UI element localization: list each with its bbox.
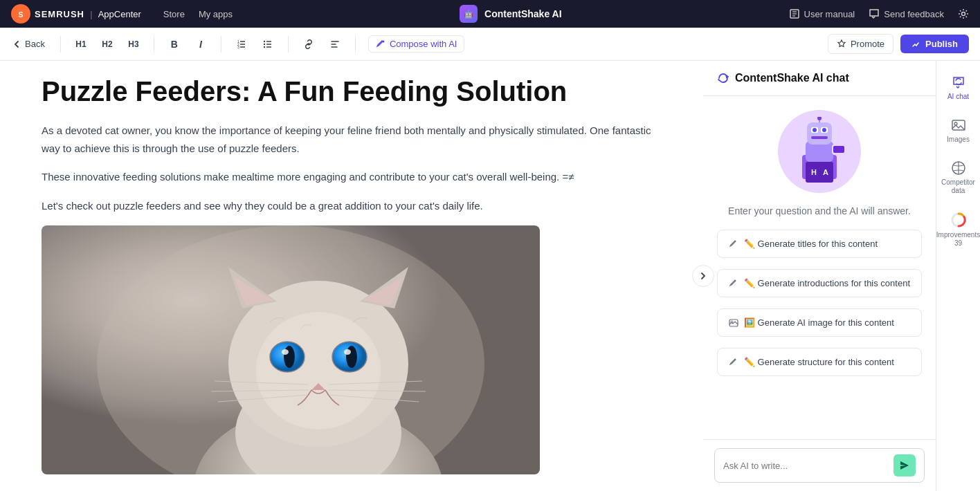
publish-button[interactable]: Publish [900,35,969,53]
h3-button[interactable]: H3 [123,34,144,55]
collapse-panel-button[interactable] [692,265,714,287]
user-manual-text: User manual [804,9,855,19]
toolbar-sep-5 [355,36,356,53]
robot-svg: H A [785,117,854,186]
svg-point-20 [264,46,265,47]
toolbar-sep-2 [154,36,154,53]
format-button[interactable] [325,34,345,55]
compose-with-ai-button[interactable]: Compose with AI [368,35,465,53]
editor-area[interactable]: Puzzle Feeders: A Fun Feeding Solution A… [0,61,703,491]
improvements-icon [950,212,967,228]
list-unordered-button[interactable] [257,34,278,55]
link-icon [303,39,314,50]
chat-panel: ContentShake AI chat H A [703,61,936,491]
generate-titles-button[interactable]: ✏️ Generate titles for this content [717,230,922,258]
h2-button[interactable]: H2 [97,34,118,55]
h1-button[interactable]: H1 [71,34,91,55]
compose-label: Compose with AI [390,39,457,49]
editor-para-2[interactable]: These innovative feeding solutions make … [42,168,662,186]
semrush-logo-icon: S [11,4,30,24]
promote-icon [837,39,846,49]
gear-icon [958,8,969,19]
svg-rect-52 [807,122,832,145]
side-icon-images[interactable]: Images [939,112,978,149]
app-icon: 🤖 [460,5,478,23]
compose-icon [376,39,385,49]
images-label: Images [947,136,970,144]
ai-description: Enter your question and the AI will answ… [728,204,911,219]
side-icon-ai-chat[interactable]: AI chat [939,69,978,106]
toolbar-sep-3 [221,36,221,53]
ai-chat-icon [951,75,966,90]
pencil-icon-1 [729,239,738,249]
send-icon [899,460,910,471]
main-area: Puzzle Feeders: A Fun Feeding Solution A… [0,61,980,491]
promote-button[interactable]: Promote [828,34,893,54]
store-link[interactable]: Store [163,9,185,19]
svg-rect-48 [806,162,833,183]
side-icon-competitor-data[interactable]: Competitor data [939,155,978,201]
toolbar: Back H1 H2 H3 B I 1 2 3 [0,28,980,61]
svg-rect-61 [833,146,844,153]
appcenter-text: AppCenter [98,9,141,19]
send-feedback-btn[interactable]: Send feedback [869,8,944,19]
generate-structure-label: ✏️ Generate structure for this content [744,357,894,367]
svg-point-19 [264,43,265,44]
back-button[interactable]: Back [11,39,45,50]
generate-titles-label: ✏️ Generate titles for this content [744,239,878,249]
pencil-icon-3 [729,358,738,367]
user-manual-btn[interactable]: User manual [789,8,855,19]
svg-point-21 [382,40,384,42]
generate-structure-button[interactable]: ✏️ Generate structure for this content [717,348,922,376]
svg-point-31 [256,312,381,429]
svg-text:A: A [823,168,828,176]
book-icon [789,8,800,19]
right-panel-container: ContentShake AI chat H A [703,61,980,491]
robot-illustration: H A [778,110,861,193]
nav-links: Store My apps [163,9,233,19]
generate-introductions-button[interactable]: ✏️ Generate introductions for this conte… [717,269,922,297]
generate-ai-image-label: 🖼️ Generate AI image for this content [744,317,894,328]
chat-header: ContentShake AI chat [703,61,936,96]
italic-button[interactable]: I [190,34,211,55]
list-ordered-button[interactable]: 1 2 3 [231,34,252,55]
competitor-data-label: Competitor data [941,178,975,195]
chat-input[interactable] [723,461,888,471]
semrush-logo[interactable]: S SEMRUSH | AppCenter [11,4,141,24]
pencil-icon-2 [729,279,738,288]
side-icon-improvements[interactable]: Improvements 39 [939,206,978,253]
editor-para-1[interactable]: As a devoted cat owner, you know the imp… [42,122,662,157]
feedback-icon [869,8,880,19]
publish-icon [911,39,921,49]
images-icon [951,118,966,133]
my-apps-link[interactable]: My apps [199,9,233,19]
refresh-icon [717,72,729,84]
chat-content: H A [703,96,936,439]
generate-ai-image-button[interactable]: 🖼️ Generate AI image for this content [717,308,922,337]
svg-text:3: 3 [237,44,239,48]
promote-label: Promote [851,39,884,49]
toolbar-right: Promote Publish [828,34,969,54]
chat-input-wrapper [714,448,925,483]
svg-point-18 [264,40,265,41]
svg-point-8 [962,12,965,16]
chat-header-text: ContentShake AI chat [735,72,849,84]
chat-send-button[interactable] [893,454,916,476]
article-image [42,225,540,474]
app-logo-svg: 🤖 [463,8,474,19]
nav-center: 🤖 ContentShake AI [244,5,778,23]
article-title[interactable]: Puzzle Feeders: A Fun Feeding Solution [42,75,662,108]
svg-text:H: H [811,168,817,176]
svg-point-37 [344,349,351,355]
svg-text:🤖: 🤖 [464,9,473,19]
image-icon [729,318,738,328]
settings-btn[interactable] [958,8,969,19]
bold-button[interactable]: B [164,34,185,55]
ordered-list-icon: 1 2 3 [236,39,247,50]
app-name: ContentShake AI [484,8,562,19]
editor-para-3[interactable]: Let's check out puzzle feeders and see w… [42,197,662,215]
format-icon [329,39,341,50]
unordered-list-icon [262,39,273,50]
svg-text:S: S [18,10,23,19]
link-button[interactable] [298,34,319,55]
